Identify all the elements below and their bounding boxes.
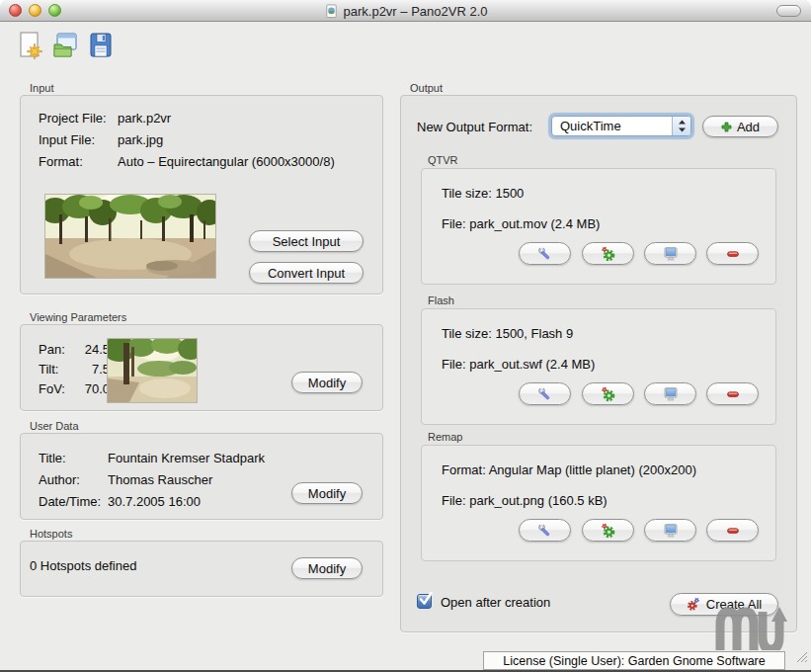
gears-icon: [601, 386, 616, 402]
output-format-dropdown[interactable]: QuickTime: [551, 116, 691, 136]
datetime-label: Date/Time:: [39, 494, 108, 509]
convert-input-button[interactable]: Convert Input: [249, 262, 364, 284]
qtvr-preview-button[interactable]: [644, 242, 696, 265]
flash-generate-button[interactable]: [582, 382, 634, 405]
flash-settings-button[interactable]: [519, 382, 571, 405]
close-button[interactable]: [9, 4, 22, 17]
output-group: New Output Format: QuickTime Add QTVR Ti…: [400, 95, 797, 632]
tilt-row: Tilt:7.5: [39, 362, 110, 377]
create-gears-icon: [687, 597, 701, 612]
remap-section: Format: Angular Map (little planet) (200…: [421, 445, 776, 561]
minus-icon: [725, 246, 741, 262]
qtvr-section-label: QTVR: [428, 154, 458, 166]
qtvr-remove-button[interactable]: [706, 242, 759, 265]
resize-grip[interactable]: [794, 649, 808, 667]
remap-remove-button[interactable]: [706, 519, 759, 542]
wrench-icon: [537, 246, 552, 261]
minus-icon: [725, 386, 741, 402]
format-row: Format:Auto – Equirectangular (6000x3000…: [39, 154, 335, 169]
remap-settings-button[interactable]: [519, 519, 571, 542]
remap-section-label: Remap: [428, 431, 462, 443]
flash-line2: File: park_out.swf (2.4 MB): [442, 357, 595, 372]
minimize-button[interactable]: [29, 4, 41, 17]
author-label: Author:: [39, 472, 108, 487]
input-group: Project File:park.p2vr Input File:park.j…: [20, 95, 383, 294]
fov-value: 70.0: [72, 381, 110, 396]
toolbar-toggle-pill[interactable]: [776, 5, 801, 17]
author-row: Author:Thomas Rauscher: [39, 472, 212, 487]
document-icon: [324, 4, 339, 19]
flash-preview-button[interactable]: [644, 382, 696, 405]
datetime-row: Date/Time:30.7.2005 16:00: [39, 494, 201, 509]
output-group-label: Output: [410, 82, 443, 94]
flash-section: Tile size: 1500, Flash 9 File: park_out.…: [421, 308, 776, 425]
author-value: Thomas Rauscher: [108, 472, 212, 487]
open-after-creation-label: Open after creation: [441, 595, 550, 610]
input-group-label: Input: [30, 82, 53, 94]
flash-section-label: Flash: [428, 294, 454, 306]
input-file-row: Input File:park.jpg: [39, 132, 163, 147]
new-project-button[interactable]: [16, 30, 43, 60]
input-panorama-thumbnail: [44, 194, 216, 279]
hotspots-group: 0 Hotspots defined Modify: [20, 541, 383, 597]
userdata-modify-label: Modify: [308, 486, 346, 501]
monitor-icon: [663, 523, 679, 539]
qtvr-line2: File: park_out.mov (2.4 MB): [442, 216, 600, 231]
tilt-label: Tilt:: [39, 362, 72, 377]
convert-input-label: Convert Input: [268, 266, 345, 281]
wrench-icon: [537, 523, 552, 538]
save-project-button[interactable]: [87, 30, 115, 60]
view-preview-thumbnail: [107, 338, 198, 403]
dropdown-stepper-icon: [672, 117, 690, 135]
viewing-group: Pan:24.5 Tilt:7.5 FoV:70.0: [20, 324, 383, 411]
app-window: park.p2vr – Pano2VR 2.0: [0, 0, 811, 672]
format-value: Auto – Equirectangular (6000x3000/8): [118, 154, 335, 169]
new-output-format-label: New Output Format:: [417, 120, 532, 134]
new-document-icon: [16, 31, 43, 60]
qtvr-line1: Tile size: 1500: [442, 186, 524, 201]
open-after-creation-checkbox[interactable]: [417, 594, 432, 609]
fov-label: FoV:: [39, 381, 72, 396]
window-title: park.p2vr – Pano2VR 2.0: [99, 3, 712, 20]
macupdate-watermark: [713, 599, 788, 654]
userdata-modify-button[interactable]: Modify: [291, 482, 363, 504]
select-input-button[interactable]: Select Input: [249, 230, 364, 252]
gears-icon: [601, 246, 616, 262]
open-project-button[interactable]: [51, 30, 79, 60]
flash-line1: Tile size: 1500, Flash 9: [442, 326, 573, 341]
traffic-lights: [9, 4, 61, 17]
monitor-icon: [663, 386, 679, 402]
userdata-group: Title:Fountain Kremser Stadpark Author:T…: [20, 433, 383, 520]
qtvr-settings-button[interactable]: [519, 242, 571, 265]
viewing-modify-button[interactable]: Modify: [291, 372, 363, 393]
viewing-group-label: Viewing Parameters: [30, 311, 126, 323]
window-title-text: park.p2vr – Pano2VR 2.0: [344, 4, 488, 19]
datetime-value: 30.7.2005 16:00: [108, 494, 201, 509]
remap-generate-button[interactable]: [582, 519, 634, 542]
hotspots-group-label: Hotspots: [30, 528, 72, 540]
add-output-button[interactable]: Add: [702, 116, 778, 137]
zoom-button[interactable]: [48, 4, 61, 17]
hotspots-modify-button[interactable]: Modify: [291, 557, 363, 579]
remap-preview-button[interactable]: [644, 519, 696, 542]
hotspots-modify-label: Modify: [308, 561, 346, 576]
project-file-label: Project File:: [39, 111, 118, 126]
toolbar: [16, 30, 115, 60]
title-bar[interactable]: park.p2vr – Pano2VR 2.0: [0, 0, 811, 22]
remap-line1: Format: Angular Map (little planet) (200…: [442, 462, 696, 477]
gears-icon: [601, 523, 616, 539]
minus-icon: [725, 523, 741, 539]
remap-line2: File: park_out.png (160.5 kB): [442, 493, 608, 508]
flash-remove-button[interactable]: [706, 382, 759, 405]
fov-row: FoV:70.0: [39, 381, 110, 396]
tilt-value: 7.5: [72, 362, 110, 377]
output-format-value: QuickTime: [552, 119, 672, 133]
open-folder-icon: [51, 31, 79, 60]
mu-logo-icon: [713, 599, 788, 650]
title-value: Fountain Kremser Stadpark: [108, 451, 265, 465]
title-label: Title:: [39, 451, 108, 465]
format-label: Format:: [39, 154, 118, 169]
pan-value: 24.5: [72, 342, 110, 357]
save-floppy-icon: [87, 31, 115, 60]
qtvr-generate-button[interactable]: [582, 242, 634, 265]
